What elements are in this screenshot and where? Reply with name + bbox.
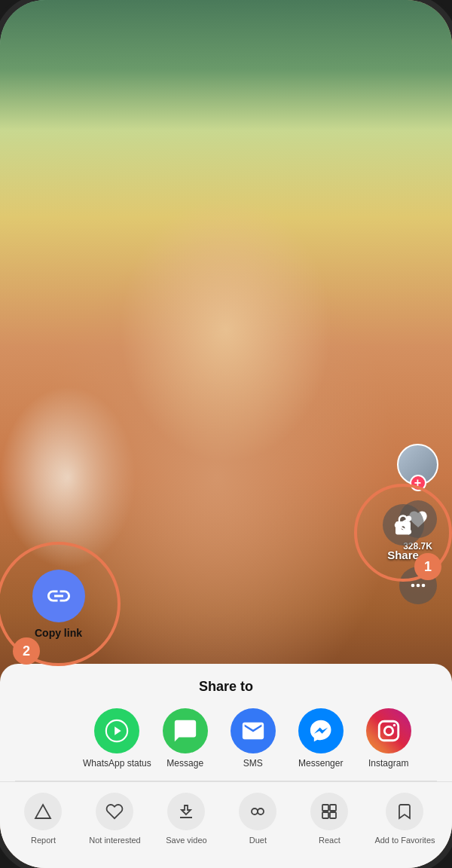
not-interested-icon: [96, 793, 133, 830]
save-video-label: Save video: [166, 835, 206, 845]
duet-label: Duet: [249, 835, 267, 845]
instagram-label: Instagram: [368, 758, 408, 769]
report-label: Report: [31, 835, 56, 845]
action-row: Report Not interested S: [0, 781, 452, 868]
not-interested-label: Not interested: [89, 835, 140, 845]
share-app-message[interactable]: Message: [151, 708, 219, 769]
svg-point-0: [411, 584, 414, 588]
copy-link-highlight-circle: Copy link 2: [0, 542, 121, 666]
not-interested-button[interactable]: Not interested: [88, 793, 141, 845]
share-app-whatsapp-status[interactable]: WhatsApp status: [83, 708, 151, 769]
instagram-icon: [366, 708, 411, 753]
add-to-favorites-icon: [386, 793, 423, 830]
whatsapp-status-label: WhatsApp status: [83, 758, 151, 769]
copy-link-icon: [32, 570, 85, 622]
copy-link-button[interactable]: Copy link: [32, 570, 85, 639]
react-button[interactable]: React: [303, 793, 356, 845]
share-bottom-sheet: Copy link 2 Share to WhatsApp status: [0, 664, 452, 868]
svg-rect-10: [322, 812, 328, 818]
svg-point-2: [421, 584, 425, 588]
whatsapp-status-icon: [94, 708, 139, 753]
react-icon: [310, 793, 348, 830]
sms-label: SMS: [243, 758, 263, 769]
svg-point-7: [258, 808, 264, 815]
share-to-title: Share to: [0, 679, 452, 695]
svg-rect-11: [330, 812, 336, 818]
copy-link-badge: 2: [13, 637, 40, 665]
add-to-favorites-label: Add to Favorites: [374, 835, 435, 845]
svg-point-6: [252, 808, 258, 815]
share-app-instagram[interactable]: Instagram: [355, 708, 423, 769]
share-label: Share: [387, 549, 419, 561]
duet-button[interactable]: Duet: [231, 793, 284, 845]
share-highlight-circle: Share 1: [354, 484, 452, 582]
share-app-sms[interactable]: SMS: [219, 708, 287, 769]
phone-frame: + 328.7K: [0, 0, 452, 868]
save-video-button[interactable]: Save video: [160, 793, 212, 845]
svg-rect-8: [322, 805, 328, 811]
sms-icon: [231, 708, 276, 753]
message-label: Message: [166, 758, 203, 769]
svg-rect-9: [330, 805, 336, 811]
copy-link-label: Copy link: [35, 627, 82, 639]
duet-icon: [239, 793, 276, 830]
share-apps-row: WhatsApp status Message SMS: [0, 708, 452, 781]
report-button[interactable]: Report: [17, 793, 69, 845]
add-to-favorites-button[interactable]: Add to Favorites: [374, 793, 435, 845]
messenger-icon: [298, 708, 344, 753]
messenger-label: Messenger: [298, 758, 343, 769]
report-icon: [24, 793, 62, 830]
status-bar: [0, 0, 452, 38]
share-button[interactable]: Share: [383, 504, 424, 561]
react-label: React: [319, 835, 341, 845]
creator-avatar[interactable]: +: [397, 444, 438, 485]
message-icon: [163, 708, 208, 753]
share-badge: 1: [414, 553, 441, 580]
share-icon: [383, 504, 424, 546]
save-video-icon: [167, 793, 205, 830]
share-app-messenger[interactable]: Messenger: [287, 708, 355, 769]
svg-point-1: [416, 584, 420, 588]
svg-marker-4: [35, 805, 50, 818]
